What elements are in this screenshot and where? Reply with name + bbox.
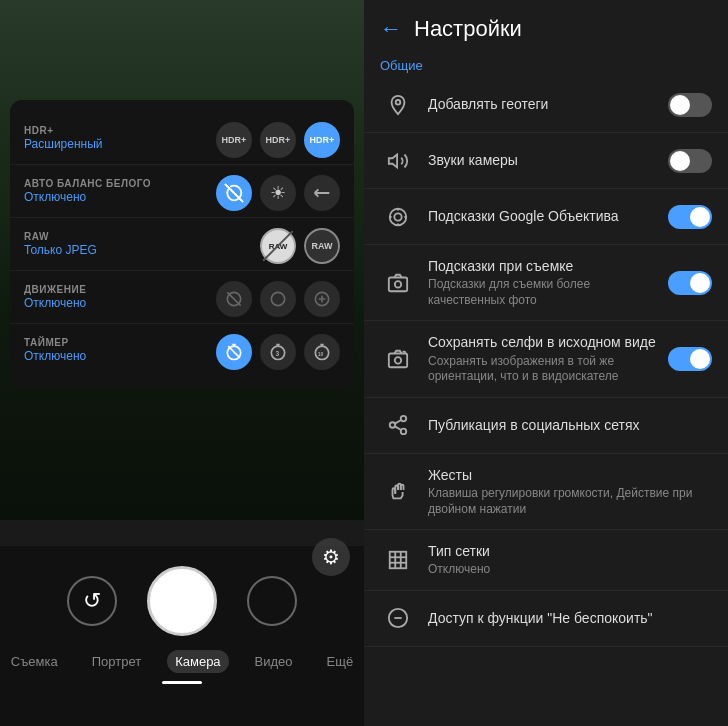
svg-text:3: 3 bbox=[276, 350, 280, 357]
gesture-icon bbox=[380, 480, 416, 502]
mode-tab-видео[interactable]: Видео bbox=[247, 650, 301, 673]
awb-icon-auto[interactable] bbox=[216, 175, 252, 211]
selfie-title: Сохранять селфи в исходном виде bbox=[428, 333, 668, 351]
gestures-text: Жесты Клавиша регулировки громкости, Дей… bbox=[428, 466, 712, 517]
settings-item-grid[interactable]: Тип сетки Отключено bbox=[364, 530, 728, 591]
svg-text:10: 10 bbox=[318, 351, 324, 357]
selfie-subtitle: Сохранять изображения в той же ориентаци… bbox=[428, 354, 668, 385]
settings-item-gestures[interactable]: Жесты Клавиша регулировки громкости, Дей… bbox=[364, 454, 728, 530]
flip-camera-button[interactable]: ↺ bbox=[67, 576, 117, 626]
back-button[interactable]: ← bbox=[380, 18, 402, 40]
settings-title: Настройки bbox=[414, 16, 522, 42]
settings-panel: ← Настройки Общие Добавлять геотеги Звук… bbox=[364, 0, 728, 726]
hdr-icons: HDR+ HDR+ HDR+ bbox=[216, 122, 340, 158]
svg-point-21 bbox=[401, 429, 407, 435]
gestures-subtitle: Клавиша регулировки громкости, Действие … bbox=[428, 486, 712, 517]
motion-value: Отключено bbox=[24, 296, 86, 310]
svg-marker-12 bbox=[389, 154, 397, 167]
awb-icon-sunny[interactable]: ☀ bbox=[260, 175, 296, 211]
geotags-title: Добавлять геотеги bbox=[428, 95, 668, 113]
motion-icon-1[interactable] bbox=[216, 281, 252, 317]
timer-label: ТАЙМЕР bbox=[24, 337, 86, 348]
hdr-icon-1[interactable]: HDR+ bbox=[216, 122, 252, 158]
sounds-title: Звуки камеры bbox=[428, 151, 668, 169]
geotags-toggle[interactable] bbox=[668, 93, 712, 117]
share-icon bbox=[380, 414, 416, 436]
timer-10-icon[interactable]: 10 bbox=[304, 334, 340, 370]
awb-icon-shade[interactable] bbox=[304, 175, 340, 211]
selfie-toggle[interactable] bbox=[668, 347, 712, 371]
mode-tab-съемка[interactable]: Съемка bbox=[3, 650, 66, 673]
svg-point-11 bbox=[396, 99, 401, 104]
svg-point-20 bbox=[390, 423, 396, 429]
svg-point-13 bbox=[394, 213, 401, 220]
preview-button[interactable] bbox=[247, 576, 297, 626]
hdr-setting-row: HDR+ Расширенный HDR+ HDR+ HDR+ bbox=[10, 112, 354, 165]
location-icon bbox=[380, 94, 416, 116]
hdr-icon-3-active[interactable]: HDR+ bbox=[304, 122, 340, 158]
motion-icons bbox=[216, 281, 340, 317]
settings-item-dnd[interactable]: Доступ к функции "Не беспокоить" bbox=[364, 591, 728, 647]
camera-controls: ↺ bbox=[0, 566, 364, 636]
lens-icon bbox=[380, 206, 416, 228]
camera-panel: HDR+ Расширенный HDR+ HDR+ HDR+ bbox=[0, 0, 364, 726]
shooting-tips-subtitle: Подсказки для съемки более качественных … bbox=[428, 277, 668, 308]
grid-icon bbox=[380, 549, 416, 571]
raw-off-icon[interactable]: RAW bbox=[260, 228, 296, 264]
raw-value: Только JPEG bbox=[24, 243, 97, 257]
geotags-text: Добавлять геотеги bbox=[428, 95, 668, 113]
camera-gear-button-area: ⚙ bbox=[312, 538, 350, 576]
shooting-tips-title: Подсказки при съемке bbox=[428, 257, 668, 275]
svg-rect-15 bbox=[389, 277, 407, 291]
gear-icon-button[interactable]: ⚙ bbox=[312, 538, 350, 576]
svg-point-18 bbox=[395, 357, 401, 363]
dnd-icon bbox=[380, 607, 416, 629]
awb-label: АВТО БАЛАНС БЕЛОГО bbox=[24, 178, 151, 189]
mode-tab-ещё[interactable]: Ещё bbox=[319, 650, 362, 673]
hdr-icon-2[interactable]: HDR+ bbox=[260, 122, 296, 158]
photo-icon bbox=[380, 272, 416, 294]
shutter-button[interactable] bbox=[147, 566, 217, 636]
settings-item-sounds: Звуки камеры bbox=[364, 133, 728, 189]
svg-line-22 bbox=[395, 427, 401, 431]
raw-setting-row: RAW Только JPEG RAW RAW bbox=[10, 218, 354, 271]
raw-icon[interactable]: RAW bbox=[304, 228, 340, 264]
settings-item-social[interactable]: Публикация в социальных сетях bbox=[364, 398, 728, 454]
raw-label: RAW bbox=[24, 231, 97, 242]
camera-settings-overlay: HDR+ Расширенный HDR+ HDR+ HDR+ bbox=[10, 100, 354, 388]
timer-3-icon[interactable]: 3 bbox=[260, 334, 296, 370]
timer-off-icon[interactable] bbox=[216, 334, 252, 370]
hdr-value: Расширенный bbox=[24, 137, 103, 151]
mode-tab-портрет[interactable]: Портрет bbox=[84, 650, 149, 673]
lens-toggle[interactable] bbox=[668, 205, 712, 229]
mode-indicator-line bbox=[162, 681, 202, 684]
selfie-icon bbox=[380, 348, 416, 370]
timer-value: Отключено bbox=[24, 349, 86, 363]
camera-modes-bar: Съемка Портрет Камера Видео Ещё bbox=[0, 650, 364, 673]
hdr-label: HDR+ bbox=[24, 125, 103, 136]
gestures-title: Жесты bbox=[428, 466, 712, 484]
mode-tab-камера[interactable]: Камера bbox=[167, 650, 228, 673]
motion-icon-3[interactable] bbox=[304, 281, 340, 317]
sounds-text: Звуки камеры bbox=[428, 151, 668, 169]
settings-item-geotags: Добавлять геотеги bbox=[364, 77, 728, 133]
volume-icon bbox=[380, 150, 416, 172]
awb-setting-row: АВТО БАЛАНС БЕЛОГО Отключено ☀ bbox=[10, 165, 354, 218]
settings-item-selfie: Сохранять селфи в исходном виде Сохранят… bbox=[364, 321, 728, 397]
raw-icons: RAW RAW bbox=[260, 228, 340, 264]
dnd-title: Доступ к функции "Не беспокоить" bbox=[428, 609, 712, 627]
svg-point-14 bbox=[390, 208, 407, 225]
timer-icons: 3 10 bbox=[216, 334, 340, 370]
motion-setting-row: ДВИЖЕНИЕ Отключено bbox=[10, 271, 354, 324]
shooting-tips-toggle[interactable] bbox=[668, 271, 712, 295]
shooting-tips-text: Подсказки при съемке Подсказки для съемк… bbox=[428, 257, 668, 308]
section-general-label: Общие bbox=[364, 50, 728, 77]
svg-rect-24 bbox=[390, 552, 407, 569]
lens-text: Подсказки Google Объектива bbox=[428, 207, 668, 225]
svg-point-16 bbox=[395, 281, 401, 287]
motion-icon-2[interactable] bbox=[260, 281, 296, 317]
sounds-toggle[interactable] bbox=[668, 149, 712, 173]
lens-title: Подсказки Google Объектива bbox=[428, 207, 668, 225]
svg-line-23 bbox=[395, 420, 401, 424]
svg-point-19 bbox=[401, 416, 407, 422]
